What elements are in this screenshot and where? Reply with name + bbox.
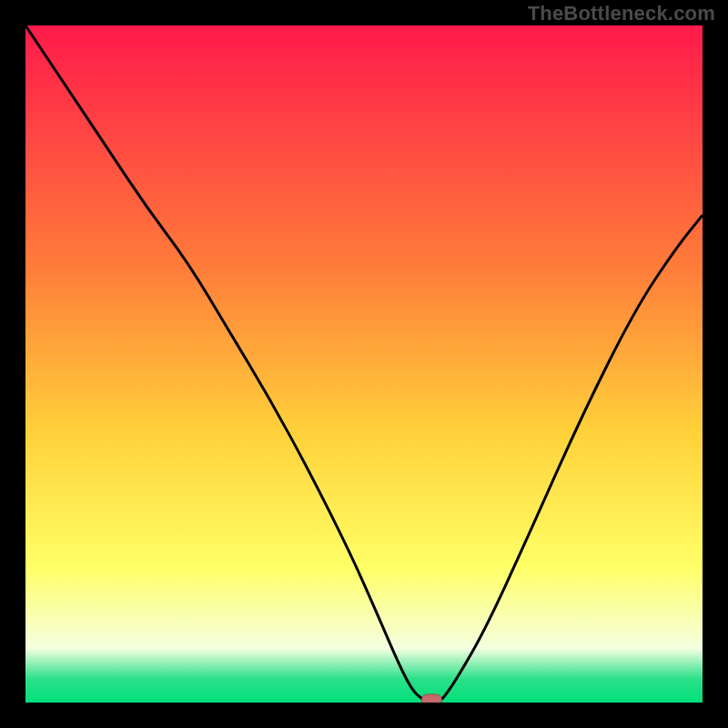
watermark-text: TheBottleneck.com bbox=[528, 2, 715, 25]
plot-area bbox=[25, 25, 703, 703]
chart-frame: TheBottleneck.com bbox=[0, 0, 728, 728]
optimal-marker bbox=[421, 694, 441, 703]
gradient-background bbox=[25, 25, 703, 703]
plot-svg bbox=[25, 25, 703, 703]
